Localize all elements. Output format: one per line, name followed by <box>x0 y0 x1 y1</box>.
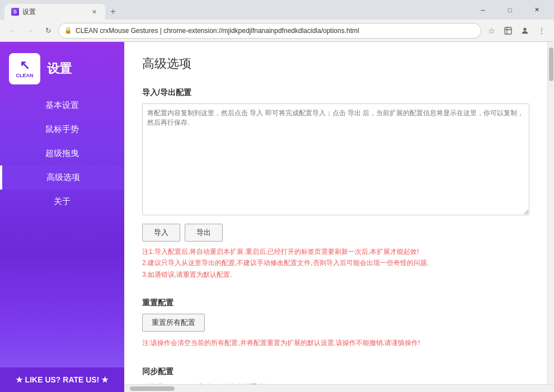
maximize-button[interactable]: □ <box>497 2 523 18</box>
bookmark-icon[interactable]: ☆ <box>483 23 499 39</box>
cursor-icon: ↖ <box>20 59 30 72</box>
import-button[interactable]: 导入 <box>142 224 180 242</box>
config-textarea[interactable] <box>142 103 529 215</box>
scrollbar[interactable] <box>547 42 554 384</box>
tab-favicon: S <box>11 8 19 16</box>
bottom-scroll-thumb[interactable] <box>130 386 175 391</box>
address-bar: ← → ↻ 🔒 CLEAN crxMouse Gestures | chrome… <box>0 20 554 42</box>
svg-point-0 <box>523 27 526 30</box>
back-button[interactable]: ← <box>4 23 20 39</box>
import-export-buttons: 导入 导出 <box>142 224 529 242</box>
bottom-scrollbar[interactable] <box>124 384 554 392</box>
note-2: 2.建议只导入从这里导出的配置,不建议手动修改配置文件,否则导入后可能会出现一些… <box>142 257 529 268</box>
rate-us-button[interactable]: ★ LIKE US? RATE US! ★ <box>0 367 124 392</box>
account-icon[interactable] <box>517 23 533 39</box>
logo-clean-text: CLEAN <box>16 73 34 78</box>
logo-icon: ↖ CLEAN <box>9 53 40 84</box>
page-title: 高级选项 <box>142 55 529 72</box>
tab-strip: S 设置 ✕ + <box>4 0 466 20</box>
sidebar-item-advanced[interactable]: 高级选项 <box>0 166 124 190</box>
window-controls: ─ □ ✕ <box>470 2 550 18</box>
menu-icon[interactable]: ⋮ <box>534 23 550 39</box>
note-3: 3.如遇错误,请重置为默认配置. <box>142 269 529 280</box>
omnibox[interactable]: 🔒 CLEAN crxMouse Gestures | chrome-exten… <box>58 23 481 39</box>
close-button[interactable]: ✕ <box>524 2 550 18</box>
sidebar-logo: ↖ CLEAN 设置 <box>0 42 124 93</box>
import-export-section: 导入/导出配置 导入 导出 注1:导入配置后,将自动重启本扩展.重启后,已经打开… <box>142 88 529 280</box>
scroll-thumb[interactable] <box>549 48 553 81</box>
sync-label: 同步配置 <box>142 367 529 377</box>
sidebar-item-basic[interactable]: 基本设置 <box>0 93 124 117</box>
extensions-icon[interactable] <box>500 23 516 39</box>
forward-button[interactable]: → <box>22 23 38 39</box>
lock-icon: 🔒 <box>64 27 72 34</box>
page-content: 高级选项 导入/导出配置 导入 导出 注1:导入配置后,将自动重启本扩展.重启后… <box>124 42 547 384</box>
active-tab[interactable]: S 设置 ✕ <box>4 4 105 20</box>
new-tab-button[interactable]: + <box>105 4 121 20</box>
import-export-label: 导入/导出配置 <box>142 88 529 98</box>
minimize-button[interactable]: ─ <box>470 2 496 18</box>
url-text: CLEAN crxMouse Gestures | chrome-extensi… <box>76 27 475 35</box>
title-bar: S 设置 ✕ + ─ □ ✕ <box>0 0 554 20</box>
reset-label: 重置配置 <box>142 298 529 308</box>
note-1: 注1:导入配置后,将自动重启本扩展.重启后,已经打开的标签页需要刷新一次后,本扩… <box>142 246 529 257</box>
reset-button[interactable]: 重置所有配置 <box>142 314 205 332</box>
chrome-window: S 设置 ✕ + ─ □ ✕ ← → ↻ 🔒 <box>0 0 554 392</box>
sidebar-nav: 基本设置 鼠标手势 超级拖曳 高级选项 关于 <box>0 93 124 367</box>
sidebar-item-drag[interactable]: 超级拖曳 <box>0 141 124 166</box>
sidebar-item-gesture[interactable]: 鼠标手势 <box>0 117 124 141</box>
toolbar-icons: ☆ ⋮ <box>483 23 550 39</box>
refresh-button[interactable]: ↻ <box>40 23 56 39</box>
sidebar-title: 设置 <box>47 60 72 77</box>
import-notes: 注1:导入配置后,将自动重启本扩展.重启后,已经打开的标签页需要刷新一次后,本扩… <box>142 246 529 280</box>
sidebar-item-about[interactable]: 关于 <box>0 190 124 214</box>
main-content: ↖ CLEAN 设置 基本设置 鼠标手势 超级拖曳 高级选项 <box>0 42 554 392</box>
reset-section: 重置配置 重置所有配置 注:该操作会清空当前的所有配置,并将配置重置为扩展的默认… <box>142 298 529 348</box>
export-button[interactable]: 导出 <box>185 224 223 242</box>
tab-close-btn[interactable]: ✕ <box>90 7 98 16</box>
reset-note: 注:该操作会清空当前的所有配置,并将配置重置为扩展的默认设置.该操作不能撤销,请… <box>142 337 529 348</box>
sidebar: ↖ CLEAN 设置 基本设置 鼠标手势 超级拖曳 高级选项 <box>0 42 124 392</box>
sync-section: 同步配置 已登录Chrome用户,将自动同步配置文件. <box>142 367 529 384</box>
tab-title: 设置 <box>22 7 36 17</box>
